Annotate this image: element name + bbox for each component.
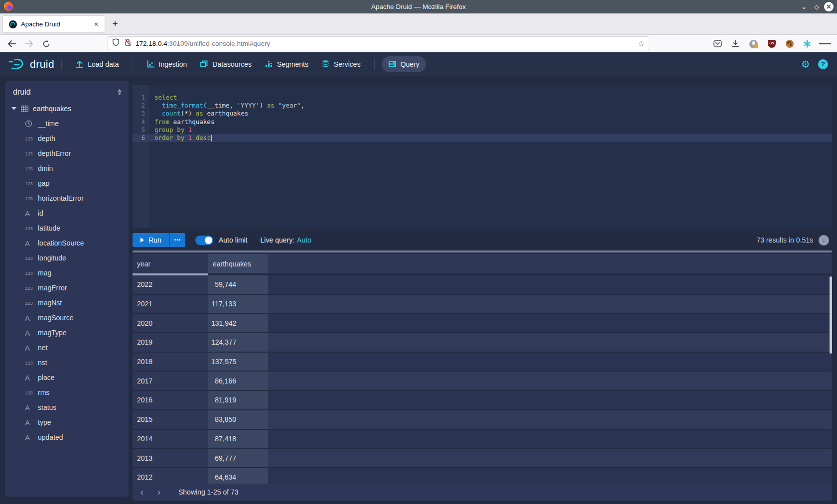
run-button[interactable]: Run	[133, 233, 169, 247]
field-net[interactable]: Anet	[5, 340, 129, 355]
row-filler	[268, 275, 832, 294]
nav-item-query[interactable]: Query	[382, 56, 426, 72]
time-type-icon	[25, 120, 38, 127]
nav-item-load-data[interactable]: Load data	[69, 56, 125, 72]
field-rms[interactable]: 123rms	[5, 385, 129, 400]
settings-gear-icon[interactable]: ⚙	[801, 58, 810, 70]
url-host: 172.18.0.4	[136, 40, 167, 47]
nav-item-services[interactable]: Services	[315, 56, 367, 72]
sort-order-icon[interactable]	[118, 89, 122, 95]
field-nst[interactable]: 123nst	[5, 355, 129, 370]
run-bar: Run ••• Auto limit Live query: Auto 73 r…	[133, 233, 832, 247]
field-label: latitude	[38, 224, 60, 232]
privacy-extension-icon[interactable]	[747, 38, 759, 50]
column-header-year[interactable]: year	[133, 254, 208, 273]
field-__time[interactable]: __time	[5, 116, 129, 131]
result-row-2017[interactable]: 201786,166	[133, 372, 832, 391]
code-text: order by 1 desc	[149, 134, 212, 142]
result-row-2012[interactable]: 201264,634	[133, 468, 832, 484]
field-depth[interactable]: 123depth	[5, 131, 129, 146]
download-icon[interactable]	[729, 38, 741, 50]
prev-page-button[interactable]: ‹	[137, 484, 147, 501]
datasource-earthquakes[interactable]: earthquakes	[5, 101, 129, 116]
result-row-2020[interactable]: 2020131,942	[133, 314, 832, 333]
field-updated[interactable]: Aupdated	[5, 430, 129, 445]
field-label: magError	[38, 284, 67, 292]
browser-tab[interactable]: Apache Druid ✕	[2, 15, 105, 33]
nav-item-datasources[interactable]: Datasources	[193, 56, 258, 72]
schema-sidebar: druid earthquakes __time123depth123depth…	[5, 81, 129, 497]
code-text: select	[149, 94, 177, 102]
chevron-down-icon[interactable]	[11, 107, 16, 110]
window-maximize-button[interactable]: ◇	[812, 2, 822, 12]
window-minimize-button[interactable]: ⌄	[799, 2, 809, 12]
nav-item-segments[interactable]: Segments	[258, 56, 315, 72]
field-magError[interactable]: 123magError	[5, 280, 129, 295]
url-path: :30109/unified-console.html#query	[167, 40, 270, 47]
nav-item-ingestion[interactable]: Ingestion	[140, 56, 194, 72]
run-more-button[interactable]: •••	[169, 233, 185, 247]
field-gap[interactable]: 123gap	[5, 176, 129, 191]
forward-button[interactable]	[23, 38, 34, 49]
result-row-2014[interactable]: 201487,418	[133, 430, 832, 449]
shield-icon[interactable]	[112, 38, 120, 48]
field-dmin[interactable]: 123dmin	[5, 161, 129, 176]
url-bar[interactable]: 172.18.0.4:30109/unified-console.html#qu…	[108, 36, 649, 50]
insecure-padlock-icon[interactable]	[124, 38, 132, 48]
result-row-2018[interactable]: 2018137,575	[133, 353, 832, 372]
column-header-earthquakes[interactable]: earthquakes	[208, 254, 268, 273]
field-magNst[interactable]: 123magNst	[5, 295, 129, 310]
field-label: gap	[38, 179, 49, 187]
horizontal-scrollbar[interactable]	[133, 251, 832, 252]
cell-year: 2014	[133, 430, 208, 448]
result-row-2022[interactable]: 202259,744	[133, 275, 832, 295]
sql-editor[interactable]: 1select2 time_format(__time, 'YYYY') as …	[133, 85, 832, 228]
field-locationSource[interactable]: AlocationSource	[5, 236, 129, 251]
tab-close-icon[interactable]: ✕	[92, 20, 101, 29]
live-query-value-link[interactable]: Auto	[297, 236, 311, 244]
result-row-2019[interactable]: 2019124,377	[133, 333, 832, 353]
services-icon	[321, 60, 330, 68]
help-icon[interactable]: ?	[818, 59, 828, 69]
result-row-2015[interactable]: 201583,850	[133, 410, 832, 430]
ublock-icon[interactable]: UO	[766, 38, 778, 50]
cell-year: 2017	[133, 372, 208, 390]
vertical-scrollbar[interactable]	[830, 276, 832, 354]
line-number: 6	[133, 134, 149, 142]
field-horizontalError[interactable]: 123horizontalError	[5, 191, 129, 206]
field-magType[interactable]: AmagType	[5, 325, 129, 340]
druid-brand[interactable]: druid	[8, 58, 54, 71]
window-close-button[interactable]: ✕	[824, 2, 834, 11]
next-page-button[interactable]: ›	[153, 484, 164, 501]
cookie-extension-icon[interactable]	[784, 38, 796, 50]
field-place[interactable]: Aplace	[5, 370, 129, 385]
download-results-icon[interactable]: ↓	[819, 235, 829, 246]
nav-separator	[374, 59, 375, 70]
field-depthError[interactable]: 123depthError	[5, 146, 129, 161]
bookmark-star-icon[interactable]: ☆	[638, 39, 645, 48]
menu-icon[interactable]	[819, 38, 831, 50]
pocket-icon[interactable]	[711, 38, 723, 50]
field-magSource[interactable]: AmagSource	[5, 310, 129, 325]
field-longitude[interactable]: 123longitude	[5, 251, 129, 265]
tab-title: Apache Druid	[21, 20, 92, 28]
row-filler	[268, 468, 832, 484]
result-row-2013[interactable]: 201369,777	[133, 449, 832, 468]
asterisk-extension-icon[interactable]	[801, 38, 813, 50]
field-latitude[interactable]: 123latitude	[5, 221, 129, 236]
header-filler	[268, 254, 832, 273]
field-type[interactable]: Atype	[5, 415, 129, 430]
datasource-label: earthquakes	[33, 105, 71, 113]
field-label: magType	[38, 329, 67, 337]
field-label: horizontalError	[38, 194, 84, 202]
result-row-2016[interactable]: 201681,919	[133, 391, 832, 410]
nav-separator	[133, 59, 133, 70]
field-mag[interactable]: 123mag	[5, 265, 129, 280]
field-id[interactable]: Aid	[5, 206, 129, 221]
reload-button[interactable]	[41, 38, 52, 49]
auto-limit-toggle[interactable]	[195, 236, 213, 245]
back-button[interactable]	[6, 38, 17, 49]
result-row-2021[interactable]: 2021117,133	[133, 295, 832, 314]
new-tab-button[interactable]: +	[109, 17, 122, 30]
field-status[interactable]: Astatus	[5, 400, 129, 415]
